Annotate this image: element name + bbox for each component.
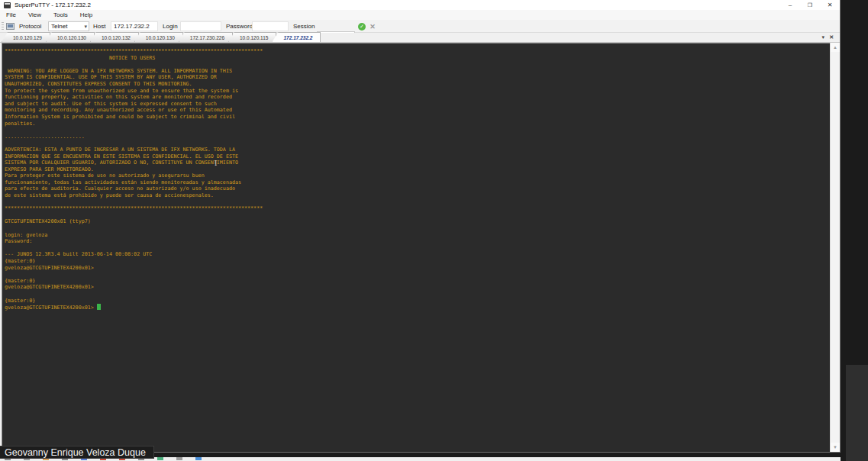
terminal-cursor (97, 304, 101, 310)
session-tab[interactable]: 172.17.232.2 (272, 32, 321, 42)
session-tab[interactable]: 10.0.120.129 (2, 32, 50, 42)
terminal-scrollbar[interactable] (830, 43, 839, 452)
taskbar-icon-sliver[interactable] (195, 457, 202, 460)
tab-close-icon[interactable]: ✕ (829, 34, 834, 40)
menu-bar: File View Tools Help (0, 10, 840, 20)
host-input[interactable]: 172.17.232.2 (111, 21, 158, 31)
terminal-screen[interactable]: ****************************************… (2, 43, 830, 452)
connect-check-icon[interactable] (358, 23, 366, 31)
connection-toolbar: Protocol Telnet Host 172.17.232.2 Login … (0, 20, 840, 33)
session-tab[interactable]: 172.17.230.226 (179, 32, 233, 42)
menu-view[interactable]: View (22, 10, 47, 20)
login-label: Login (163, 20, 178, 33)
login-input[interactable] (180, 21, 221, 31)
session-tab[interactable]: 10.0.120.130 (46, 32, 95, 42)
password-label: Password (226, 20, 253, 33)
scroll-down-icon[interactable] (831, 443, 840, 452)
session-tab[interactable]: 10.0.120.132 (90, 32, 139, 42)
app-icon (4, 2, 11, 8)
menu-file[interactable]: File (0, 10, 22, 20)
menu-tools[interactable]: Tools (47, 10, 74, 20)
close-button[interactable] (820, 0, 840, 10)
window-title: SuperPuTTY - 172.17.232.2 (15, 2, 91, 8)
background-window-panel (846, 365, 868, 461)
toolbar-grip-handle[interactable] (2, 22, 4, 31)
taskbar-tooltip: Geovanny Enrique Veloza Duque (0, 446, 154, 459)
ibeam-mouse-cursor (215, 160, 217, 167)
restore-button[interactable] (800, 0, 820, 10)
protocol-select[interactable]: Telnet (48, 21, 89, 31)
tooltip-text: Geovanny Enrique Veloza Duque (5, 447, 146, 458)
taskbar-icon-sliver[interactable] (176, 457, 182, 460)
session-tab[interactable]: 10.0.120.115 (228, 32, 276, 42)
tab-bar: 10.0.120.12910.0.120.13010.0.120.13210.0… (0, 33, 840, 43)
scroll-up-icon[interactable] (831, 43, 840, 52)
minimize-button[interactable] (780, 0, 800, 10)
password-input[interactable] (252, 21, 289, 31)
menu-help[interactable]: Help (74, 10, 98, 20)
session-tab[interactable]: 10.0.120.130 (134, 32, 183, 42)
terminal-icon (6, 23, 15, 30)
taskbar-icon-sliver[interactable] (157, 457, 163, 460)
host-label: Host (93, 20, 105, 33)
terminal-output[interactable]: ****************************************… (5, 48, 263, 311)
desktop-background: SuperPuTTY - 172.17.232.2 File View Tool… (0, 0, 868, 461)
superputty-window: SuperPuTTY - 172.17.232.2 File View Tool… (0, 0, 841, 453)
title-bar[interactable]: SuperPuTTY - 172.17.232.2 (0, 0, 840, 10)
protocol-label: Protocol (19, 20, 41, 33)
tab-list-dropdown-icon[interactable]: ▾ (822, 34, 825, 40)
close-x-icon[interactable] (369, 23, 376, 31)
session-label: Session (293, 20, 315, 33)
tab-strip: 10.0.120.12910.0.120.13010.0.120.13210.0… (2, 32, 321, 42)
